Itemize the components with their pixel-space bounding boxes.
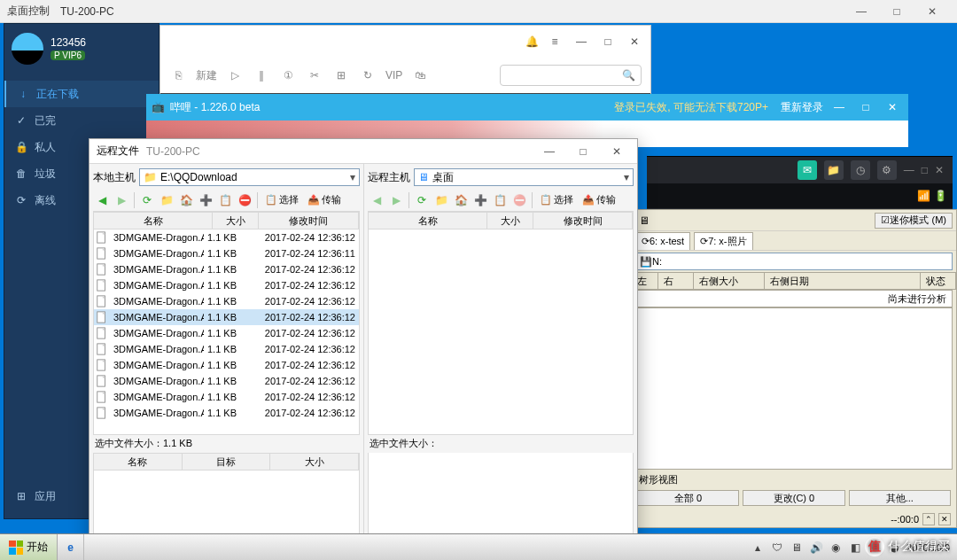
chevron-down-icon[interactable]: ▾ — [624, 171, 629, 183]
avatar[interactable] — [12, 33, 43, 65]
col-name[interactable]: 名称 — [94, 213, 213, 229]
folder-icon[interactable]: 📁 — [824, 160, 844, 180]
bilibili-titlebar[interactable]: 📺 哔哩 - 1.226.0 beta 登录已失效, 可能无法下载720P+ 重… — [146, 94, 908, 121]
tray-app3-icon[interactable]: ◒ — [887, 541, 901, 555]
select-button[interactable]: 📋 选择 — [261, 191, 302, 209]
new-folder-icon[interactable]: ➕ — [197, 191, 214, 209]
forward-icon[interactable]: ▶ — [387, 191, 405, 209]
grid-icon[interactable]: ⊞ — [332, 66, 350, 84]
bilibili-relogin-link[interactable]: 重新登录 — [781, 100, 823, 115]
tray-network-icon[interactable]: 🖥 — [790, 541, 804, 555]
cut-icon[interactable]: ✂ — [306, 66, 323, 84]
bilibili-maximize-button[interactable]: □ — [855, 96, 876, 119]
transfer-button[interactable]: 📤 传输 — [304, 191, 345, 209]
queue-col-name[interactable]: 名称 — [94, 454, 183, 470]
browser-search-input[interactable]: 🔍 — [500, 65, 642, 86]
close-panel-button[interactable]: ✕ — [938, 513, 951, 525]
copy-icon[interactable]: 📋 — [491, 191, 509, 209]
up-folder-icon[interactable]: 📁 — [158, 191, 175, 209]
tab-x-test[interactable]: ⟳ 6: x-test — [635, 232, 690, 250]
tray-steam-icon[interactable]: ◉ — [829, 541, 843, 555]
ft-minimize-button[interactable]: — — [536, 143, 563, 160]
file-row[interactable]: 3DMGAME-Dragon.A1.1 KB2017-02-24 12:36:1… — [94, 277, 359, 293]
green-app-icon[interactable]: ✉ — [798, 160, 817, 180]
refresh-icon[interactable]: ⟳ — [413, 191, 431, 209]
refresh-icon[interactable]: ↻ — [359, 66, 377, 84]
home-icon[interactable]: 🏠 — [452, 191, 470, 209]
gear-icon[interactable]: ⚙ — [877, 160, 897, 180]
outer-close-button[interactable]: ✕ — [914, 0, 950, 23]
ft-close-button[interactable]: ✕ — [603, 143, 630, 160]
outer-titlebar[interactable]: 桌面控制 TU-200-PC — □ ✕ — [0, 0, 957, 23]
tab-x-photo[interactable]: ⟳ 7: x-照片 — [694, 232, 752, 250]
refresh-icon[interactable]: ⟳ — [138, 191, 156, 209]
file-row[interactable]: 3DMGAME-Dragon.A1.1 KB2017-02-24 12:36:1… — [94, 373, 359, 389]
new-icon[interactable]: ⎘ — [169, 66, 187, 84]
col-mtime[interactable]: 修改时间 — [259, 213, 359, 229]
bilibili-minimize-button[interactable]: — — [829, 96, 850, 119]
collapse-up-button[interactable]: ⌃ — [922, 513, 935, 525]
tree-other-button[interactable]: 其他... — [849, 490, 951, 506]
sidebar-item-1[interactable]: ✓已完 — [4, 107, 159, 134]
pause-icon[interactable]: ‖ — [253, 66, 270, 84]
start-button[interactable]: 开始 — [0, 534, 58, 560]
new-folder-icon[interactable]: ➕ — [471, 191, 489, 209]
remote-file-list[interactable] — [368, 229, 634, 435]
tray-sound-icon[interactable]: 🔊 — [809, 541, 823, 555]
file-row[interactable]: 3DMGAME-Dragon.A1.1 KB2017-02-24 12:36:1… — [94, 309, 359, 325]
circle-icon[interactable]: ① — [279, 66, 297, 84]
file-row[interactable]: 3DMGAME-Dragon.A1.1 KB2017-02-24 12:36:1… — [94, 293, 359, 309]
col-right-date[interactable]: 右侧日期 — [765, 273, 921, 289]
delete-icon[interactable]: ⛔ — [236, 191, 253, 209]
taskbar-date[interactable]: 2020/10/9 — [906, 542, 950, 553]
up-folder-icon[interactable]: 📁 — [432, 191, 450, 209]
file-row[interactable]: 3DMGAME-Dragon.A1.1 KB2017-02-24 12:36:1… — [94, 261, 359, 277]
play-icon[interactable]: ▷ — [226, 66, 244, 84]
bilibili-close-button[interactable]: ✕ — [882, 96, 903, 119]
notification-icon[interactable]: 🔔 — [525, 35, 539, 48]
browser-close-button[interactable]: ✕ — [624, 30, 645, 53]
remote-path-input[interactable]: 🖥 桌面 ▾ — [414, 168, 634, 186]
home-icon[interactable]: 🏠 — [177, 191, 195, 209]
col-status[interactable]: 状态 — [921, 273, 956, 289]
forward-icon[interactable]: ▶ — [113, 191, 130, 209]
compare-list-area[interactable] — [635, 307, 953, 470]
tree-all-button[interactable]: 全部 0 — [637, 490, 739, 506]
browser-maximize-button[interactable]: □ — [597, 30, 619, 53]
file-row[interactable]: 3DMGAME-Dragon.A1.1 KB2017-02-24 12:36:1… — [94, 245, 359, 261]
tray-app1-icon[interactable]: ◧ — [848, 541, 862, 555]
browser-menu-button[interactable]: ≡ — [544, 30, 565, 53]
transfer-button[interactable]: 📤 传输 — [579, 191, 619, 209]
outer-maximize-button[interactable]: □ — [879, 0, 914, 23]
back-icon[interactable]: ◀ — [368, 191, 385, 209]
browser-minimize-button[interactable]: — — [571, 30, 592, 53]
tray-shield-icon[interactable]: 🛡 — [770, 541, 784, 555]
select-button[interactable]: 📋 选择 — [536, 191, 577, 209]
local-file-list[interactable]: 3DMGAME-Dragon.A1.1 KB2017-02-24 12:36:1… — [93, 229, 360, 435]
queue-col-size[interactable]: 大小 — [270, 454, 359, 470]
sidebar-item-0[interactable]: ↓正在下载 — [4, 81, 159, 107]
dark-minimize-button[interactable]: — — [904, 164, 914, 176]
tree-changed-button[interactable]: 更改(C) 0 — [743, 490, 844, 506]
col-size[interactable]: 大小 — [487, 213, 533, 229]
col-mtime[interactable]: 修改时间 — [533, 213, 633, 229]
taskbar-ie-icon[interactable]: e — [58, 534, 84, 560]
tray-app2-icon[interactable]: ◆ — [868, 541, 882, 555]
local-path-input[interactable]: 📁 E:\QQDownload ▾ — [139, 168, 360, 186]
file-row[interactable]: 3DMGAME-Dragon.A1.1 KB2017-02-24 12:36:1… — [94, 389, 359, 405]
file-row[interactable]: 3DMGAME-Dragon.A1.1 KB2017-02-24 12:36:1… — [94, 341, 359, 357]
col-name[interactable]: 名称 — [369, 213, 487, 229]
new-button-label[interactable]: 新建 — [196, 68, 217, 83]
clock-icon[interactable]: ◷ — [851, 160, 870, 180]
file-row[interactable]: 3DMGAME-Dragon.A1.1 KB2017-02-24 12:36:1… — [94, 229, 359, 245]
file-row[interactable]: 3DMGAME-Dragon.A1.1 KB2017-02-24 12:36:1… — [94, 405, 359, 421]
drive-selector[interactable]: 💾 N: — [635, 253, 953, 270]
vip-label[interactable]: VIP — [385, 69, 402, 82]
col-right-size[interactable]: 右侧大小 — [694, 273, 765, 289]
file-row[interactable]: 3DMGAME-Dragon.A1.1 KB2017-02-24 12:36:1… — [94, 357, 359, 373]
bag-icon[interactable]: 🛍 — [411, 66, 429, 84]
chevron-down-icon[interactable]: ▾ — [350, 171, 355, 183]
file-row[interactable]: 3DMGAME-Dragon.A1.1 KB2017-02-24 12:36:1… — [94, 325, 359, 341]
file-transfer-titlebar[interactable]: 远程文件 TU-200-PC — □ ✕ — [89, 139, 637, 164]
copy-icon[interactable]: 📋 — [216, 191, 234, 209]
